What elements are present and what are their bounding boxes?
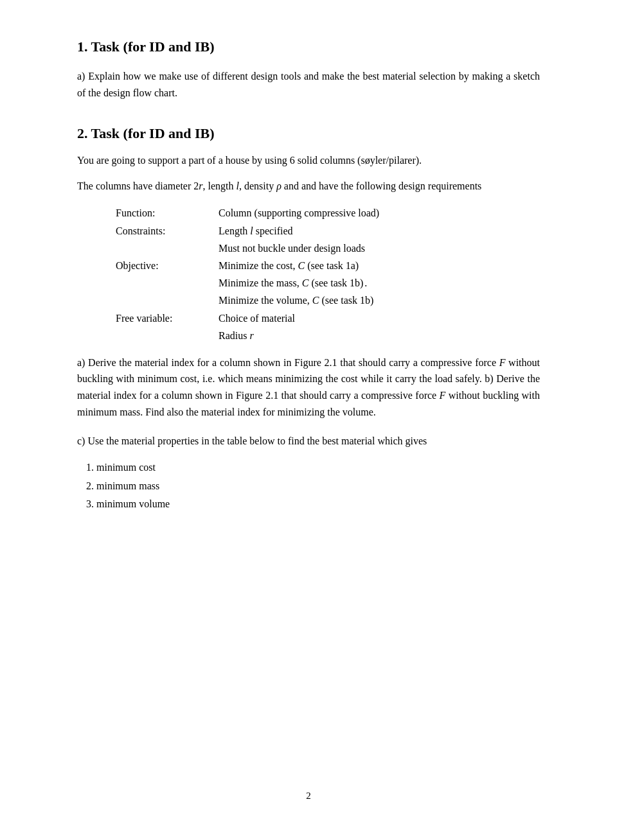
page-content: 1. Task (for ID and IB) a) Explain how w… (77, 0, 540, 840)
objective-label-empty-1 (116, 274, 219, 292)
objective-label: Objective: (116, 257, 219, 274)
task1-section: 1. Task (for ID and IB) a) Explain how w… (77, 39, 540, 110)
list-item-3-text: minimum volume (96, 498, 170, 509)
page-number: 2 (77, 778, 540, 801)
list-item-1: minimum cost (96, 459, 540, 477)
task2-description-text: The columns have diameter 2r, length l, … (77, 180, 481, 191)
design-row-objective-3: Minimize the volume, C (see task 1b) (116, 292, 540, 309)
task2-part-ab: a) Derive the material index for a colum… (77, 354, 540, 420)
list-item-3: minimum volume (96, 495, 540, 514)
design-row-objective-2: Minimize the mass, C (see task 1b). (116, 274, 540, 292)
free-variable-label-empty (116, 327, 219, 344)
page-number-text: 2 (306, 791, 311, 801)
design-row-constraints: Constraints: Length l specified (116, 222, 540, 240)
objective-value-2: Minimize the mass, C (see task 1b). (219, 274, 540, 292)
design-row-free-variable: Free variable: Choice of material (116, 310, 540, 327)
period-dot: . (364, 277, 367, 288)
design-row-radius: Radius r (116, 327, 540, 344)
design-row-objective-1: Objective: Minimize the cost, C (see tas… (116, 257, 540, 274)
task2-section: 2. Task (for ID and IB) You are going to… (77, 125, 540, 520)
task2-description: The columns have diameter 2r, length l, … (77, 178, 540, 195)
free-variable-value-1: Choice of material (219, 310, 540, 327)
objective-label-empty-2 (116, 292, 219, 309)
constraints-value-2: Must not buckle under design loads (219, 240, 540, 257)
design-row-function: Function: Column (supporting compressive… (116, 204, 540, 222)
objective-value-1: Minimize the cost, C (see task 1a) (219, 257, 540, 274)
task1-part-a-text: Explain how we make use of different des… (77, 71, 540, 98)
task1-part-a-label: a) (77, 71, 88, 82)
list-item-2-text: minimum mass (96, 480, 159, 491)
free-variable-value-2: Radius r (219, 327, 540, 344)
list-item-1-text: minimum cost (96, 462, 156, 473)
task2-list: minimum cost minimum mass minimum volume (96, 459, 540, 514)
free-variable-label: Free variable: (116, 310, 219, 327)
constraints-value-1: Length l specified (219, 222, 540, 240)
function-value: Column (supporting compressive load) (219, 204, 540, 222)
task1-heading: 1. Task (for ID and IB) (77, 39, 540, 55)
function-label: Function: (116, 204, 219, 222)
task2-part-c-intro: c) Use the material properties in the ta… (77, 433, 540, 450)
design-row-constraints-2: Must not buckle under design loads (116, 240, 540, 257)
constraints-label-empty (116, 240, 219, 257)
task1-part-a: a) Explain how we make use of different … (77, 68, 540, 101)
constraints-label: Constraints: (116, 222, 219, 240)
objective-value-3: Minimize the volume, C (see task 1b) (219, 292, 540, 309)
task2-intro: You are going to support a part of a hou… (77, 152, 540, 169)
task2-heading: 2. Task (for ID and IB) (77, 125, 540, 142)
list-item-2: minimum mass (96, 477, 540, 496)
design-requirements-table: Function: Column (supporting compressive… (116, 204, 540, 344)
